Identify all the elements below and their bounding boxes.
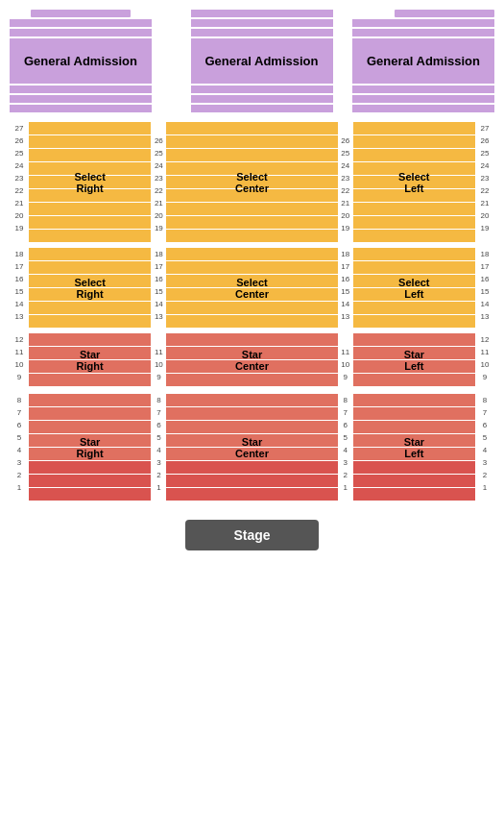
ga-right: General Admission — [352, 10, 494, 112]
upper-select-area: 27 26 25 24 23 22 21 20 19 SelectRight — [8, 122, 496, 242]
venue-container: General Admission General Admission Gene… — [0, 0, 504, 831]
mid-left-nums: 26 25 24 23 22 21 20 19 — [151, 122, 166, 234]
left-nums-upper: 27 26 25 24 23 22 21 20 19 — [10, 122, 29, 234]
star-upper-area: 12 11 10 9 StarRight 11 10 9 StarCenter — [8, 333, 496, 386]
star-center-upper[interactable]: StarCenter — [166, 333, 337, 386]
stage: Stage — [185, 516, 318, 550]
mid-left-nums3: 11 10 9 — [151, 333, 166, 383]
mid-left-nums4: 8 7 6 5 4 3 2 1 — [151, 394, 166, 494]
middle-select-area: 18 17 16 15 14 13 SelectRight 18 17 16 1… — [8, 248, 496, 328]
ga-center: General Admission — [191, 10, 333, 112]
star-right-lower[interactable]: StarRight — [29, 394, 151, 501]
star-right-upper[interactable]: StarRight — [29, 333, 151, 386]
select-center-upper[interactable]: SelectCenter — [166, 122, 337, 242]
select-right-upper[interactable]: SelectRight — [29, 122, 151, 242]
select-right-mid[interactable]: SelectRight — [29, 248, 151, 328]
select-center-mid[interactable]: SelectCenter — [166, 248, 337, 328]
left-nums-lower: 8 7 6 5 4 3 2 1 — [10, 394, 29, 494]
ga-left-label: General Admission — [10, 38, 152, 84]
select-left-mid[interactable]: SelectLeft — [353, 248, 475, 328]
mid-right-nums3: 11 10 9 — [338, 333, 353, 383]
ga-left: General Admission — [10, 10, 152, 112]
ga-right-label: General Admission — [352, 38, 494, 84]
left-nums-star-upper: 12 11 10 9 — [10, 333, 29, 383]
lower-star-area: 8 7 6 5 4 3 2 1 StarRight 8 7 6 5 4 3 — [8, 394, 496, 501]
star-center-lower[interactable]: StarCenter — [166, 394, 337, 501]
right-nums-star-upper: 12 11 10 9 — [475, 333, 494, 383]
mid-right-nums2: 18 17 16 15 14 13 — [338, 248, 353, 323]
mid-left-nums2: 18 17 16 15 14 13 — [151, 248, 166, 323]
star-left-lower[interactable]: StarLeft — [353, 394, 475, 501]
ga-center-label: General Admission — [191, 38, 333, 84]
star-left-upper[interactable]: StarLeft — [353, 333, 475, 386]
right-nums-lower: 8 7 6 5 4 3 2 1 — [475, 394, 494, 494]
right-nums-mid: 18 17 16 15 14 13 — [475, 248, 494, 323]
left-nums-mid: 18 17 16 15 14 13 — [10, 248, 29, 323]
mid-right-nums4: 8 7 6 5 4 3 2 1 — [338, 394, 353, 494]
select-left-upper[interactable]: SelectLeft — [353, 122, 475, 242]
stage-label: Stage — [185, 520, 318, 550]
mid-right-nums: 26 25 24 23 22 21 20 19 — [338, 122, 353, 234]
right-nums-upper: 27 26 25 24 23 22 21 20 19 — [475, 122, 494, 234]
